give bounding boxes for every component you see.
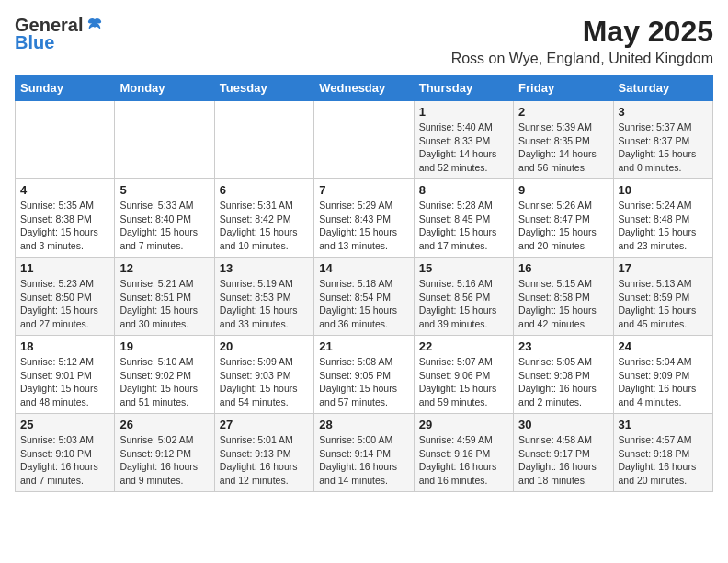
day-number: 25 xyxy=(20,418,109,431)
day-info: Sunrise: 5:37 AMSunset: 8:37 PMDaylight:… xyxy=(619,121,708,175)
day-number: 5 xyxy=(119,183,209,197)
day-number: 11 xyxy=(20,261,109,275)
calendar-day-cell: 8Sunrise: 5:28 AMSunset: 8:45 PMDaylight… xyxy=(414,179,513,258)
calendar-day-cell: 4Sunrise: 5:35 AMSunset: 8:38 PMDaylight… xyxy=(16,179,115,258)
calendar-day-cell: 17Sunrise: 5:13 AMSunset: 8:59 PMDayligh… xyxy=(613,258,712,336)
day-info: Sunrise: 5:09 AMSunset: 9:03 PMDaylight:… xyxy=(220,355,309,409)
day-info: Sunrise: 5:39 AMSunset: 8:35 PMDaylight:… xyxy=(518,121,608,175)
day-number: 30 xyxy=(518,418,608,431)
day-info: Sunrise: 5:00 AMSunset: 9:14 PMDaylight:… xyxy=(319,433,408,488)
month-year-title: May 2025 xyxy=(451,15,713,49)
calendar-day-cell xyxy=(16,101,115,179)
calendar-day-cell: 19Sunrise: 5:10 AMSunset: 9:02 PMDayligh… xyxy=(115,336,214,414)
day-number: 22 xyxy=(419,339,508,353)
day-info: Sunrise: 5:12 AMSunset: 9:01 PMDaylight:… xyxy=(20,355,109,409)
calendar-day-cell: 29Sunrise: 4:59 AMSunset: 9:16 PMDayligh… xyxy=(414,414,513,492)
calendar-day-cell: 10Sunrise: 5:24 AMSunset: 8:48 PMDayligh… xyxy=(613,179,712,258)
day-info: Sunrise: 5:21 AMSunset: 8:51 PMDaylight:… xyxy=(119,277,209,331)
day-number: 18 xyxy=(20,339,109,353)
calendar-header-monday: Monday xyxy=(115,75,214,101)
day-number: 26 xyxy=(119,418,209,431)
day-number: 28 xyxy=(319,418,408,431)
day-number: 16 xyxy=(518,261,608,275)
day-info: Sunrise: 5:23 AMSunset: 8:50 PMDaylight:… xyxy=(20,277,109,331)
calendar-day-cell: 26Sunrise: 5:02 AMSunset: 9:12 PMDayligh… xyxy=(115,414,214,492)
day-info: Sunrise: 5:04 AMSunset: 9:09 PMDaylight:… xyxy=(619,355,708,409)
day-info: Sunrise: 5:40 AMSunset: 8:33 PMDaylight:… xyxy=(419,121,508,175)
calendar-header-wednesday: Wednesday xyxy=(314,75,414,101)
day-info: Sunrise: 5:18 AMSunset: 8:54 PMDaylight:… xyxy=(319,277,408,331)
calendar-day-cell: 27Sunrise: 5:01 AMSunset: 9:13 PMDayligh… xyxy=(214,414,313,492)
title-area: May 2025 Ross on Wye, England, United Ki… xyxy=(451,15,713,67)
calendar-day-cell: 30Sunrise: 4:58 AMSunset: 9:17 PMDayligh… xyxy=(514,414,613,492)
day-number: 31 xyxy=(619,418,708,431)
day-info: Sunrise: 4:58 AMSunset: 9:17 PMDaylight:… xyxy=(518,433,608,488)
day-info: Sunrise: 5:01 AMSunset: 9:13 PMDaylight:… xyxy=(220,433,309,488)
day-info: Sunrise: 5:29 AMSunset: 8:43 PMDaylight:… xyxy=(319,199,408,253)
calendar-header-tuesday: Tuesday xyxy=(214,75,313,101)
header: General Blue May 2025 Ross on Wye, Engla… xyxy=(15,15,713,67)
day-number: 9 xyxy=(518,183,608,197)
day-number: 27 xyxy=(220,418,309,431)
day-number: 2 xyxy=(518,105,608,119)
calendar-header-thursday: Thursday xyxy=(414,75,513,101)
day-info: Sunrise: 5:16 AMSunset: 8:56 PMDaylight:… xyxy=(419,277,508,331)
day-number: 4 xyxy=(20,183,109,197)
day-number: 12 xyxy=(119,261,209,275)
day-info: Sunrise: 4:59 AMSunset: 9:16 PMDaylight:… xyxy=(419,433,508,488)
day-info: Sunrise: 5:24 AMSunset: 8:48 PMDaylight:… xyxy=(619,199,708,253)
day-info: Sunrise: 5:07 AMSunset: 9:06 PMDaylight:… xyxy=(419,355,508,409)
day-number: 10 xyxy=(619,183,708,197)
day-number: 23 xyxy=(518,339,608,353)
day-info: Sunrise: 5:33 AMSunset: 8:40 PMDaylight:… xyxy=(119,199,209,253)
calendar-table: SundayMondayTuesdayWednesdayThursdayFrid… xyxy=(15,75,713,492)
calendar-day-cell: 12Sunrise: 5:21 AMSunset: 8:51 PMDayligh… xyxy=(115,258,214,336)
calendar-day-cell: 7Sunrise: 5:29 AMSunset: 8:43 PMDaylight… xyxy=(314,179,414,258)
calendar-day-cell: 24Sunrise: 5:04 AMSunset: 9:09 PMDayligh… xyxy=(613,336,712,414)
calendar-day-cell: 11Sunrise: 5:23 AMSunset: 8:50 PMDayligh… xyxy=(16,258,115,336)
day-number: 1 xyxy=(419,105,508,119)
calendar-day-cell: 28Sunrise: 5:00 AMSunset: 9:14 PMDayligh… xyxy=(314,414,414,492)
day-info: Sunrise: 5:08 AMSunset: 9:05 PMDaylight:… xyxy=(319,355,408,409)
day-info: Sunrise: 4:57 AMSunset: 9:18 PMDaylight:… xyxy=(619,433,708,488)
calendar-day-cell: 20Sunrise: 5:09 AMSunset: 9:03 PMDayligh… xyxy=(214,336,313,414)
day-info: Sunrise: 5:28 AMSunset: 8:45 PMDaylight:… xyxy=(419,199,508,253)
day-number: 29 xyxy=(419,418,508,431)
calendar-day-cell xyxy=(314,101,414,179)
calendar-day-cell: 13Sunrise: 5:19 AMSunset: 8:53 PMDayligh… xyxy=(214,258,313,336)
calendar-day-cell: 15Sunrise: 5:16 AMSunset: 8:56 PMDayligh… xyxy=(414,258,513,336)
calendar-day-cell: 16Sunrise: 5:15 AMSunset: 8:58 PMDayligh… xyxy=(514,258,613,336)
day-info: Sunrise: 5:05 AMSunset: 9:08 PMDaylight:… xyxy=(518,355,608,409)
calendar-day-cell: 1Sunrise: 5:40 AMSunset: 8:33 PMDaylight… xyxy=(414,101,513,179)
day-number: 8 xyxy=(419,183,508,197)
calendar-day-cell: 5Sunrise: 5:33 AMSunset: 8:40 PMDaylight… xyxy=(115,179,214,258)
calendar-week-row: 1Sunrise: 5:40 AMSunset: 8:33 PMDaylight… xyxy=(16,101,713,179)
day-number: 6 xyxy=(220,183,309,197)
calendar-day-cell: 21Sunrise: 5:08 AMSunset: 9:05 PMDayligh… xyxy=(314,336,414,414)
logo-bird-icon xyxy=(85,16,105,36)
logo: General Blue xyxy=(15,15,105,53)
calendar-day-cell xyxy=(115,101,214,179)
day-info: Sunrise: 5:03 AMSunset: 9:10 PMDaylight:… xyxy=(20,433,109,488)
calendar-day-cell: 3Sunrise: 5:37 AMSunset: 8:37 PMDaylight… xyxy=(613,101,712,179)
calendar-day-cell: 31Sunrise: 4:57 AMSunset: 9:18 PMDayligh… xyxy=(613,414,712,492)
day-info: Sunrise: 5:15 AMSunset: 8:58 PMDaylight:… xyxy=(518,277,608,331)
calendar-week-row: 11Sunrise: 5:23 AMSunset: 8:50 PMDayligh… xyxy=(16,258,713,336)
day-info: Sunrise: 5:26 AMSunset: 8:47 PMDaylight:… xyxy=(518,199,608,253)
calendar-day-cell xyxy=(214,101,313,179)
location-text: Ross on Wye, England, United Kingdom xyxy=(451,51,713,67)
calendar-week-row: 25Sunrise: 5:03 AMSunset: 9:10 PMDayligh… xyxy=(16,414,713,492)
day-number: 15 xyxy=(419,261,508,275)
day-info: Sunrise: 5:13 AMSunset: 8:59 PMDaylight:… xyxy=(619,277,708,331)
logo-blue-text: Blue xyxy=(15,32,54,53)
calendar-day-cell: 23Sunrise: 5:05 AMSunset: 9:08 PMDayligh… xyxy=(514,336,613,414)
calendar-header-sunday: Sunday xyxy=(16,75,115,101)
day-number: 3 xyxy=(619,105,708,119)
day-info: Sunrise: 5:19 AMSunset: 8:53 PMDaylight:… xyxy=(220,277,309,331)
day-number: 21 xyxy=(319,339,408,353)
calendar-day-cell: 14Sunrise: 5:18 AMSunset: 8:54 PMDayligh… xyxy=(314,258,414,336)
day-number: 14 xyxy=(319,261,408,275)
calendar-day-cell: 18Sunrise: 5:12 AMSunset: 9:01 PMDayligh… xyxy=(16,336,115,414)
calendar-day-cell: 6Sunrise: 5:31 AMSunset: 8:42 PMDaylight… xyxy=(214,179,313,258)
calendar-header-saturday: Saturday xyxy=(613,75,712,101)
